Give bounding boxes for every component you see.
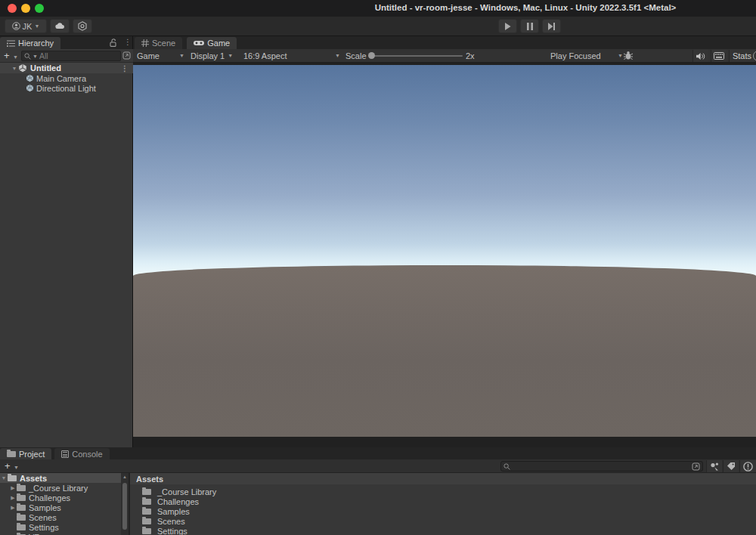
hierarchy-toolbar: + ▼ ▼ All xyxy=(0,49,133,63)
gameobject-cube-icon xyxy=(26,74,34,82)
hierarchy-search-placeholder: All xyxy=(39,51,48,60)
project-search-field[interactable] xyxy=(500,461,703,472)
render-target-dropdown[interactable]: Game ▼ xyxy=(137,49,184,62)
ground-plane xyxy=(133,265,756,437)
scale-slider-track[interactable] xyxy=(370,55,463,57)
tab-scene[interactable]: Scene xyxy=(135,37,182,49)
folder-icon xyxy=(17,485,26,491)
project-folder-tree: ▼ Assets ▶ _Course Library ▶ Challenges … xyxy=(0,473,121,535)
bug-icon[interactable] xyxy=(623,51,634,60)
tree-item-label: Settings xyxy=(29,523,59,532)
search-window-icon[interactable] xyxy=(692,462,700,471)
create-object-button[interactable]: + xyxy=(4,50,10,61)
tree-item[interactable]: ▶ VR xyxy=(0,532,121,535)
keyboard-icon xyxy=(714,52,724,60)
tab-console[interactable]: Console xyxy=(54,448,109,460)
hierarchy-icon xyxy=(7,40,15,47)
hierarchy-item-directional-light[interactable]: Directional Light xyxy=(0,83,133,93)
scroll-up-icon[interactable]: ▲ xyxy=(122,475,127,479)
asset-list: _Course Library Challenges Samples Scene… xyxy=(130,487,756,535)
create-object-chevron-icon[interactable]: ▼ xyxy=(13,54,18,60)
tree-item[interactable]: ▶ Challenges xyxy=(0,493,121,503)
hierarchy-menu-icon[interactable]: ⋮ xyxy=(124,38,132,46)
project-folder-icon xyxy=(7,451,16,457)
screen-keyboard-button[interactable] xyxy=(711,50,727,62)
chevron-down-icon: ▼ xyxy=(179,53,184,58)
search-filter-chevron-icon: ▼ xyxy=(33,54,38,59)
asset-item-label: _Course Library xyxy=(157,487,216,496)
tab-project[interactable]: Project xyxy=(0,448,51,460)
tab-hierarchy[interactable]: Hierarchy xyxy=(0,37,60,49)
titlebar: Untitled - vr-room-jesse - Windows, Mac,… xyxy=(0,0,756,17)
expand-icon[interactable]: ▶ xyxy=(9,485,17,491)
hexagon-badge-icon xyxy=(78,21,87,31)
gizmos-button[interactable] xyxy=(753,51,756,63)
rendered-frame xyxy=(133,65,756,437)
hidden-packages-button[interactable] xyxy=(739,460,756,472)
expand-icon[interactable]: ▶ xyxy=(9,495,17,501)
tree-item-label: Challenges xyxy=(29,493,70,503)
scene-menu-icon[interactable]: ⋮ xyxy=(121,64,129,73)
search-by-type-button[interactable] xyxy=(706,460,722,472)
hierarchy-tree: Main Camera Directional Light xyxy=(0,73,133,93)
tree-scrollbar[interactable]: ▲ xyxy=(121,473,129,535)
lock-icon[interactable] xyxy=(110,39,117,47)
project-toolbar: + ▼ xyxy=(0,459,756,473)
tree-item[interactable]: Scenes xyxy=(0,512,121,522)
main-toolbar: JK ▼ xyxy=(0,17,756,36)
zoom-window-button[interactable] xyxy=(35,4,44,13)
scene-collapse-icon[interactable]: ▼ xyxy=(11,66,18,71)
display-dropdown[interactable]: Display 1 ▼ xyxy=(191,49,233,62)
tab-project-label: Project xyxy=(19,450,45,459)
tree-root-label: Assets xyxy=(20,474,47,483)
asset-item[interactable]: _Course Library xyxy=(130,487,756,496)
create-asset-button[interactable]: + xyxy=(5,460,11,472)
folder-icon xyxy=(142,509,151,515)
version-control-button[interactable] xyxy=(73,19,92,33)
folder-icon xyxy=(142,528,151,534)
step-button[interactable] xyxy=(542,19,561,33)
display-value: Display 1 xyxy=(191,51,225,60)
close-window-button[interactable] xyxy=(8,4,17,13)
scrollbar-thumb[interactable] xyxy=(122,483,127,530)
play-button[interactable] xyxy=(498,19,517,33)
scene-row[interactable]: ▼ Untitled ⋮ xyxy=(0,63,133,73)
aspect-dropdown[interactable]: 16:9 Aspect ▼ xyxy=(243,49,343,62)
tab-scene-label: Scene xyxy=(152,39,175,48)
hierarchy-item-main-camera[interactable]: Main Camera xyxy=(0,73,133,83)
tab-game[interactable]: Game xyxy=(187,37,237,49)
play-icon xyxy=(504,23,511,30)
pause-button[interactable] xyxy=(520,19,539,33)
play-focused-dropdown[interactable]: Play Focused ▼ xyxy=(550,49,623,62)
search-by-label-button[interactable] xyxy=(723,460,739,472)
asset-item[interactable]: Challenges xyxy=(130,496,756,506)
tree-item[interactable]: ▶ _Course Library xyxy=(0,483,121,493)
expand-icon[interactable]: ▶ xyxy=(9,505,17,511)
mute-audio-button[interactable] xyxy=(692,50,708,62)
scale-slider-knob[interactable] xyxy=(368,52,375,59)
project-panel: Project Console + ▼ xyxy=(0,447,756,535)
search-window-icon[interactable] xyxy=(122,51,131,60)
collapse-icon[interactable]: ▼ xyxy=(0,475,8,481)
account-dropdown[interactable]: JK ▼ xyxy=(5,19,47,33)
tree-root-assets[interactable]: ▼ Assets xyxy=(0,473,121,483)
play-controls xyxy=(498,19,561,33)
tree-item[interactable]: ▶ Samples xyxy=(0,503,121,512)
tree-item[interactable]: Settings xyxy=(0,522,121,532)
asset-item-label: Samples xyxy=(157,507,190,516)
asset-item[interactable]: Scenes xyxy=(130,516,756,526)
hierarchy-search-field[interactable]: ▼ All xyxy=(21,51,121,61)
create-asset-chevron-icon[interactable]: ▼ xyxy=(14,465,19,470)
asset-item[interactable]: Settings xyxy=(130,526,756,535)
game-tabstrip: Scene Game xyxy=(133,36,756,49)
asset-item[interactable]: Samples xyxy=(130,506,756,516)
stats-button[interactable]: Stats xyxy=(729,50,754,62)
tag-icon xyxy=(727,462,736,471)
asset-list-pane: Assets _Course Library Challenges Sample… xyxy=(130,473,756,535)
chevron-down-icon: ▼ xyxy=(34,23,39,29)
window-title: Untitled - vr-room-jesse - Windows, Mac,… xyxy=(363,3,688,12)
cloud-services-button[interactable] xyxy=(50,19,70,33)
tab-game-label: Game xyxy=(207,39,230,48)
minimize-window-button[interactable] xyxy=(21,4,30,13)
game-viewport xyxy=(133,63,756,447)
